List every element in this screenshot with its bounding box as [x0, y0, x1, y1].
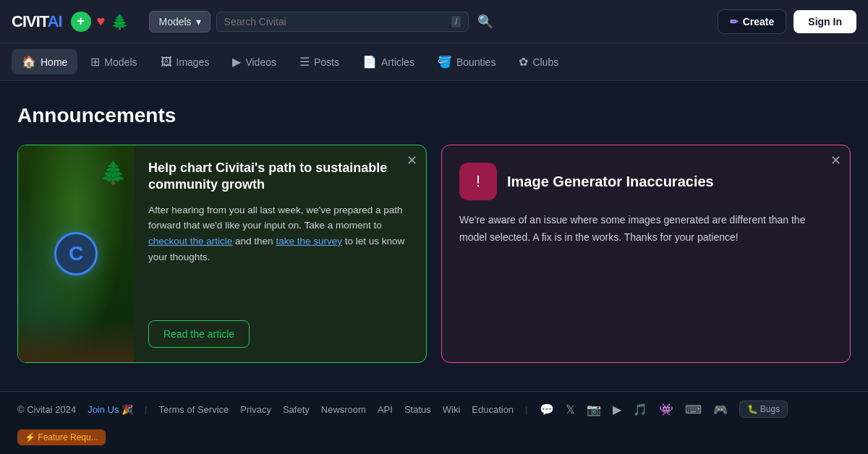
nav-item-images[interactable]: 🖼 Images: [150, 50, 220, 74]
footer-divider-2: |: [525, 404, 527, 415]
header-icons: + ♥ 🌲: [71, 12, 129, 32]
alert-icon: !: [459, 163, 497, 200]
civit-logo-overlay: C: [54, 232, 98, 275]
heart-icon[interactable]: ♥: [97, 13, 106, 30]
card-2-header: ! Image Generator Inaccuracies: [459, 163, 833, 200]
images-icon: 🖼: [161, 56, 172, 69]
main-content: Announcements ✕ 🌲 C Help chart Civitai's…: [0, 81, 868, 380]
nav-label-models: Models: [104, 56, 137, 68]
footer: © Civitai 2024 Join Us 🎉 | Terms of Serv…: [0, 391, 868, 454]
feature-request-button[interactable]: ⚡ Feature Requ...: [17, 429, 106, 445]
search-dropdown[interactable]: Models ▾: [149, 11, 210, 33]
bugs-button[interactable]: 🐛 Bugs: [739, 401, 788, 418]
copyright: © Civitai 2024: [17, 404, 76, 415]
take-survey-link[interactable]: take the survey: [276, 236, 342, 247]
footer-divider-1: |: [145, 404, 147, 415]
header-right: ✏ Create Sign In: [718, 9, 856, 34]
nav-item-posts[interactable]: ☰ Posts: [289, 49, 349, 74]
search-input-wrap: /: [216, 12, 469, 32]
nav-item-videos[interactable]: ▶ Videos: [222, 49, 286, 74]
clubs-icon: ✿: [519, 55, 528, 69]
videos-icon: ▶: [232, 55, 241, 69]
logo: CIVITAI: [12, 12, 62, 31]
footer-link-safety[interactable]: Safety: [283, 404, 310, 415]
nav-item-home[interactable]: 🏠 Home: [12, 49, 77, 74]
nav-label-images: Images: [176, 56, 210, 68]
nav-item-clubs[interactable]: ✿ Clubs: [509, 49, 569, 74]
close-card-1-button[interactable]: ✕: [407, 154, 417, 167]
card-1-body: After hearing from you all last week, we…: [148, 202, 412, 265]
bounties-icon: 🪣: [438, 55, 452, 69]
nav-label-posts: Posts: [314, 56, 339, 68]
articles-icon: 📄: [362, 55, 377, 69]
github-icon[interactable]: ⌨: [685, 403, 702, 416]
add-icon[interactable]: +: [71, 12, 91, 32]
create-button[interactable]: ✏ Create: [718, 9, 787, 34]
checkout-article-link[interactable]: checkout the article: [148, 236, 232, 247]
read-article-button[interactable]: Read the article: [148, 320, 250, 348]
nav-label-bounties: Bounties: [456, 56, 495, 68]
posts-icon: ☰: [299, 55, 310, 69]
tiktok-icon[interactable]: 🎵: [633, 403, 647, 416]
wand-icon: ✏: [730, 16, 739, 27]
footer-link-wiki[interactable]: Wiki: [443, 404, 461, 415]
slash-badge: /: [451, 16, 461, 27]
card-1-body-text-2: and then: [232, 236, 276, 247]
tree-icon[interactable]: 🌲: [111, 13, 129, 30]
logo-ai: AI: [48, 12, 62, 30]
main-nav: 🏠 Home ⊞ Models 🖼 Images ▶ Videos ☰ Post…: [0, 43, 868, 81]
path-decoration: [18, 319, 134, 362]
page-title: Announcements: [17, 104, 851, 127]
footer-link-join-us[interactable]: Join Us 🎉: [88, 404, 133, 415]
footer-link-status[interactable]: Status: [404, 404, 431, 415]
nav-item-bounties[interactable]: 🪣 Bounties: [427, 49, 506, 74]
announcement-card-2: ✕ ! Image Generator Inaccuracies We're a…: [441, 145, 851, 363]
tree-decoration: 🌲: [100, 160, 127, 185]
footer-link-newsroom[interactable]: Newsroom: [321, 404, 366, 415]
announcement-card-1: ✕ 🌲 C Help chart Civitai's path to susta…: [17, 145, 427, 363]
nav-label-articles: Articles: [381, 56, 414, 68]
models-icon: ⊞: [90, 55, 100, 69]
announcements-cards: ✕ 🌲 C Help chart Civitai's path to susta…: [17, 145, 851, 363]
card-1-content: Help chart Civitai's path to sustainable…: [134, 145, 426, 362]
card-1-image: 🌲 C: [18, 145, 134, 362]
civit-c-logo: C: [69, 242, 83, 265]
card-2-inner: ! Image Generator Inaccuracies We're awa…: [442, 145, 850, 362]
twitch-icon[interactable]: 🎮: [713, 403, 728, 416]
home-icon: 🏠: [22, 55, 36, 69]
nav-label-home: Home: [41, 56, 67, 68]
signin-button[interactable]: Sign In: [793, 10, 856, 33]
header: CIVITAI + ♥ 🌲 Models ▾ / 🔍 ✏ Create Sign…: [0, 0, 868, 43]
search-input[interactable]: [224, 16, 446, 27]
search-button[interactable]: 🔍: [475, 11, 496, 33]
create-label: Create: [743, 16, 775, 27]
nav-label-clubs: Clubs: [532, 56, 558, 68]
nav-item-models[interactable]: ⊞ Models: [80, 49, 147, 74]
logo-text: CIVITAI: [12, 12, 62, 31]
search-dropdown-label: Models: [158, 16, 191, 27]
card-1-title: Help chart Civitai's path to sustainable…: [148, 160, 412, 194]
footer-link-privacy[interactable]: Privacy: [240, 404, 271, 415]
nav-item-articles[interactable]: 📄 Articles: [352, 49, 425, 74]
twitter-x-icon[interactable]: 𝕏: [566, 403, 575, 416]
card-1-body-text-1: After hearing from you all last week, we…: [148, 205, 403, 231]
footer-link-api[interactable]: API: [378, 404, 393, 415]
instagram-icon[interactable]: 📷: [587, 403, 601, 416]
chevron-down-icon: ▾: [196, 16, 201, 27]
card-2-title: Image Generator Inaccuracies: [507, 174, 714, 190]
discord-icon[interactable]: 💬: [540, 403, 554, 416]
reddit-icon[interactable]: 👾: [659, 403, 673, 416]
youtube-icon[interactable]: ▶: [613, 403, 621, 416]
card-2-body: We're aware of an issue where some image…: [459, 212, 833, 247]
card-1-inner: 🌲 C Help chart Civitai's path to sustain…: [18, 145, 426, 362]
footer-link-tos[interactable]: Terms of Service: [158, 404, 229, 415]
footer-link-education[interactable]: Education: [472, 404, 514, 415]
nav-label-videos: Videos: [245, 56, 276, 68]
exclamation-icon: !: [476, 172, 480, 191]
